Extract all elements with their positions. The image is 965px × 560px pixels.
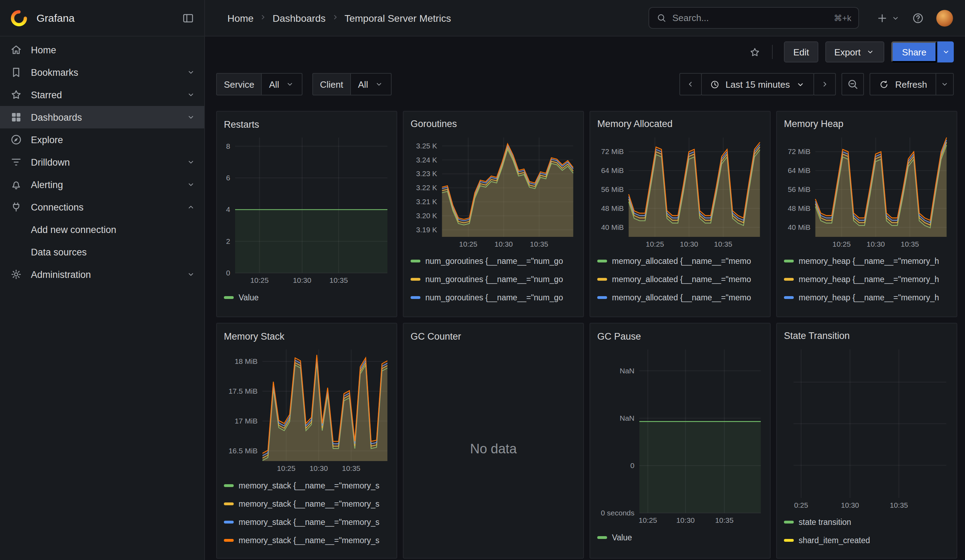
- sidebar-item-data-sources[interactable]: Data sources: [0, 241, 204, 263]
- legend-item[interactable]: memory_stack {__name__="memory_s: [224, 531, 389, 550]
- legend-item[interactable]: num_goroutines {__name__="num_go: [411, 289, 576, 307]
- panel-title[interactable]: Memory Allocated: [597, 116, 763, 132]
- legend-item[interactable]: state transition: [784, 513, 950, 531]
- svg-text:8: 8: [226, 142, 230, 150]
- avatar[interactable]: [936, 9, 954, 27]
- legend-item[interactable]: memory_heap {__name__="memory_h: [784, 270, 950, 289]
- legend-item[interactable]: num_goroutines {__name__="num_go: [411, 307, 576, 311]
- legend-label: memory_stack {__name__="memory_s: [239, 500, 379, 508]
- svg-text:64 MiB: 64 MiB: [601, 166, 624, 175]
- legend-item[interactable]: memory_heap {__name__="memory_h: [784, 307, 950, 311]
- svg-text:56 MiB: 56 MiB: [788, 185, 811, 193]
- bookmark-icon: [10, 66, 23, 78]
- share-split-button: Share: [891, 41, 954, 62]
- legend-item[interactable]: memory_stack {__name__="memory_s: [224, 513, 389, 531]
- legend-label: Value: [239, 293, 258, 302]
- sidebar-item-administration[interactable]: Administration: [0, 263, 204, 286]
- client-variable-select[interactable]: All: [350, 73, 391, 95]
- chevron-right-icon: [258, 12, 268, 21]
- legend-label: shard_item_created: [799, 536, 870, 545]
- help-icon[interactable]: [912, 11, 924, 24]
- grafana-app: Grafana Home Dashboards Temporal Server …: [0, 0, 965, 560]
- star-icon: [749, 46, 761, 58]
- grafana-logo-icon[interactable]: [10, 9, 28, 27]
- panel-title[interactable]: State Transition: [784, 328, 950, 344]
- sidebar-item-add-new-connection[interactable]: Add new connection: [0, 218, 204, 241]
- breadcrumb-current[interactable]: Temporal Server Metrics: [345, 12, 451, 23]
- time-range-label: Last 15 minutes: [725, 79, 790, 90]
- sidebar-item-home[interactable]: Home: [0, 39, 204, 61]
- legend-item[interactable]: Value: [224, 289, 389, 307]
- top-bar: Grafana Home Dashboards Temporal Server …: [0, 0, 965, 36]
- sidebar-item-bookmarks[interactable]: Bookmarks: [0, 61, 204, 83]
- refresh-interval-button[interactable]: [936, 73, 954, 95]
- panel-goroutines: Goroutines3.25 K3.24 K3.23 K3.22 K3.21 K…: [403, 111, 584, 317]
- panel-memory-heap: Memory Heap72 MiB64 MiB56 MiB48 MiB40 Mi…: [776, 111, 957, 317]
- zoom-out-button[interactable]: [842, 73, 864, 95]
- time-controls: Last 15 minutes Refresh: [679, 73, 954, 95]
- favorite-star-button[interactable]: [749, 46, 761, 58]
- legend-item[interactable]: memory_heap {__name__="memory_h: [784, 252, 950, 270]
- chevron-right-icon: [820, 79, 830, 89]
- legend-item[interactable]: memory_heap {__name__="memory_h: [784, 289, 950, 307]
- legend-item[interactable]: shard_item_created: [784, 531, 950, 550]
- sidebar-item-drilldown[interactable]: Drilldown: [0, 151, 204, 173]
- time-range-picker[interactable]: Last 15 minutes: [701, 73, 815, 95]
- service-variable-select[interactable]: All: [262, 73, 303, 95]
- share-menu-button[interactable]: [937, 41, 954, 62]
- timeseries-chart: 72 MiB64 MiB56 MiB48 MiB40 MiB10:2510:30…: [597, 134, 762, 250]
- refresh-button[interactable]: Refresh: [870, 73, 936, 95]
- plus-icon: [876, 11, 888, 24]
- panel-title[interactable]: Memory Stack: [224, 328, 389, 344]
- search-box[interactable]: ⌘+k: [648, 7, 859, 29]
- chevron-down-icon: [795, 79, 806, 90]
- panel-title[interactable]: GC Pause: [597, 328, 763, 344]
- svg-text:10:25: 10:25: [459, 240, 477, 248]
- search-input[interactable]: [672, 13, 828, 23]
- legend-item[interactable]: memory_stack {__name__="memory_s: [224, 495, 389, 513]
- breadcrumb-home[interactable]: Home: [227, 12, 254, 23]
- legend-item[interactable]: num_goroutines {__name__="num_go: [411, 252, 576, 270]
- search-icon: [656, 13, 667, 23]
- svg-text:0: 0: [226, 269, 230, 277]
- top-bar-actions: [876, 9, 954, 27]
- legend-item[interactable]: memory_stack {__name__="memory_s: [224, 477, 389, 495]
- panel-title[interactable]: Restarts: [224, 116, 389, 132]
- sidebar-item-label: Starred: [31, 90, 178, 100]
- export-button[interactable]: Export: [825, 41, 884, 62]
- legend-item[interactable]: memory_allocated {__name__="memo: [597, 270, 763, 289]
- svg-text:0:25: 0:25: [794, 501, 808, 509]
- legend-item[interactable]: memory_allocated {__name__="memo: [597, 252, 763, 270]
- legend-swatch: [224, 484, 234, 487]
- add-menu-button[interactable]: [876, 11, 900, 24]
- time-shift-forward-button[interactable]: [814, 73, 836, 95]
- legend-swatch: [224, 539, 234, 542]
- breadcrumb-dashboards[interactable]: Dashboards: [273, 12, 325, 23]
- panel-title[interactable]: Memory Heap: [784, 116, 950, 132]
- sync-icon: [879, 79, 890, 90]
- legend-swatch: [784, 521, 794, 524]
- edit-button[interactable]: Edit: [784, 41, 818, 62]
- legend-item[interactable]: memory_allocated {__name__="memo: [597, 289, 763, 307]
- legend-item[interactable]: Value: [597, 528, 763, 547]
- sidebar-item-explore[interactable]: Explore: [0, 129, 204, 151]
- svg-text:10:25: 10:25: [646, 240, 664, 248]
- legend-swatch: [784, 296, 794, 299]
- sidebar-toggle-icon[interactable]: [182, 11, 195, 24]
- panel-title[interactable]: Goroutines: [411, 116, 576, 132]
- sidebar-item-connections[interactable]: Connections: [0, 196, 204, 218]
- legend-item[interactable]: memory_allocated {__name__="memo: [597, 307, 763, 311]
- service-variable-label: Service: [216, 73, 262, 95]
- panel-title-text: Memory Stack: [224, 331, 285, 341]
- timeseries-chart: 72 MiB64 MiB56 MiB48 MiB40 MiB10:2510:30…: [784, 134, 949, 250]
- legend-item[interactable]: num_goroutines {__name__="num_go: [411, 270, 576, 289]
- sidebar-item-starred[interactable]: Starred: [0, 83, 204, 106]
- svg-text:4: 4: [226, 205, 230, 213]
- sidebar-item-dashboards[interactable]: Dashboards: [0, 106, 204, 129]
- service-variable-value: All: [269, 79, 279, 90]
- time-shift-back-button[interactable]: [679, 73, 702, 95]
- sidebar-item-alerting[interactable]: Alerting: [0, 173, 204, 196]
- panel-legend: Value: [224, 289, 389, 307]
- panel-title[interactable]: GC Counter: [411, 328, 576, 344]
- share-button[interactable]: Share: [891, 41, 937, 62]
